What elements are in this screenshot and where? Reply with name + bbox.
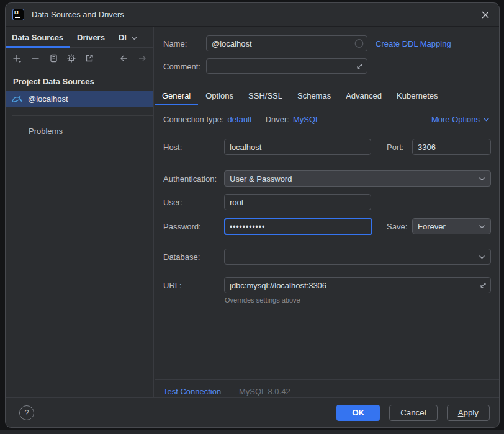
driver-value-link[interactable]: MySQL <box>293 115 320 124</box>
sidebar-item-problems[interactable]: Problems <box>29 126 153 136</box>
mysql-dolphin-icon <box>12 94 22 103</box>
intellij-logo-icon: IJ <box>12 9 24 20</box>
name-input[interactable] <box>206 35 367 51</box>
datasource-item-label: @localhost <box>28 94 68 104</box>
connection-type-row: Connection type: default Driver: MySQL M… <box>163 115 490 124</box>
sidebar-toolbar <box>6 49 153 68</box>
connection-type-value-link[interactable]: default <box>228 115 252 124</box>
save-label: Save: <box>387 222 407 231</box>
ok-button[interactable]: OK <box>336 405 380 421</box>
user-input[interactable] <box>224 194 371 210</box>
chevron-down-icon[interactable] <box>131 36 138 40</box>
user-label: User: <box>163 198 182 207</box>
tab-data-sources[interactable]: Data Sources <box>6 27 70 47</box>
expand-icon[interactable] <box>479 281 487 290</box>
sidebar: Data Sources Drivers DI <box>6 27 154 397</box>
name-label: Name: <box>163 39 187 48</box>
tab-ssh-ssl[interactable]: SSH/SSL <box>241 87 290 105</box>
url-hint: Overrides settings above <box>225 296 300 304</box>
help-icon[interactable]: ? <box>19 405 34 420</box>
close-icon[interactable] <box>479 8 492 22</box>
port-input[interactable] <box>412 139 491 155</box>
comment-field-wrap <box>206 58 367 74</box>
settings-tab-strip: General Options SSH/SSL Schemas Advanced… <box>155 87 499 105</box>
tab-schemas[interactable]: Schemas <box>290 87 338 105</box>
expand-icon[interactable] <box>356 62 364 70</box>
back-arrow-icon[interactable] <box>119 53 129 64</box>
url-field-wrap <box>224 277 491 293</box>
tab-drivers[interactable]: Drivers <box>70 27 112 47</box>
chevron-down-icon <box>479 255 485 259</box>
host-input[interactable] <box>224 139 371 155</box>
dialog-body: Data Sources Drivers DI <box>6 27 499 397</box>
create-ddl-mapping-link[interactable]: Create DDL Mapping <box>376 39 451 48</box>
name-field-wrap <box>206 35 367 51</box>
driver-version-text: MySQL 8.0.42 <box>239 387 290 396</box>
password-label: Password: <box>163 222 201 231</box>
add-icon[interactable] <box>12 53 22 64</box>
title-bar: IJ Data Sources and Drivers <box>6 3 499 27</box>
tab-options[interactable]: Options <box>198 87 241 105</box>
password-field-wrap <box>224 218 372 235</box>
remove-icon[interactable] <box>30 53 40 64</box>
apply-button[interactable]: Apply <box>447 405 490 421</box>
connection-type-label: Connection type: <box>163 115 224 124</box>
authentication-label: Authentication: <box>163 174 217 184</box>
chevron-down-icon <box>479 224 485 229</box>
forward-arrow-icon[interactable] <box>137 53 147 64</box>
port-field-wrap <box>412 139 491 155</box>
tab-kubernetes[interactable]: Kubernetes <box>389 87 446 105</box>
duplicate-icon[interactable] <box>48 53 58 64</box>
gear-icon[interactable] <box>66 53 76 64</box>
url-label: URL: <box>163 281 182 290</box>
panel-divider <box>155 379 499 380</box>
spinner-circle-icon <box>354 39 364 48</box>
port-label: Port: <box>387 143 403 152</box>
comment-label: Comment: <box>163 62 200 71</box>
dialog-title: Data Sources and Drivers <box>32 10 124 19</box>
host-label: Host: <box>163 143 182 152</box>
footer-buttons: OK Cancel Apply <box>336 405 490 421</box>
test-connection-link[interactable]: Test Connection <box>163 387 221 396</box>
url-input[interactable] <box>224 277 491 293</box>
database-label: Database: <box>163 252 200 262</box>
desktop-background <box>0 430 504 434</box>
tab-advanced[interactable]: Advanced <box>338 87 389 105</box>
more-options-link[interactable]: More Options <box>431 115 490 124</box>
password-input[interactable] <box>224 218 372 235</box>
chevron-down-icon <box>483 117 490 122</box>
host-field-wrap <box>224 139 371 155</box>
tab-general[interactable]: General <box>155 87 198 105</box>
sidebar-tab-strip: Data Sources Drivers DI <box>6 27 153 48</box>
open-in-new-icon[interactable] <box>84 53 94 64</box>
datasource-item-localhost[interactable]: @localhost <box>6 91 153 107</box>
comment-input[interactable] <box>206 58 367 74</box>
database-combobox[interactable] <box>224 249 491 265</box>
driver-label: Driver: <box>266 115 289 124</box>
chevron-down-icon <box>479 177 485 181</box>
dialog-footer: ? OK Cancel Apply <box>6 397 499 427</box>
sidebar-divider <box>12 115 153 116</box>
cancel-button[interactable]: Cancel <box>389 405 438 421</box>
tab-ddl-truncated[interactable]: DI <box>112 27 144 47</box>
authentication-select[interactable]: User & Password <box>224 170 491 187</box>
user-field-wrap <box>224 194 371 210</box>
connection-settings-panel: Name: Create DDL Mapping Comment: <box>155 27 499 397</box>
save-select[interactable]: Forever <box>412 218 491 234</box>
project-data-sources-header: Project Data Sources <box>13 77 153 86</box>
dialog-window: IJ Data Sources and Drivers Data Sources… <box>5 2 500 428</box>
